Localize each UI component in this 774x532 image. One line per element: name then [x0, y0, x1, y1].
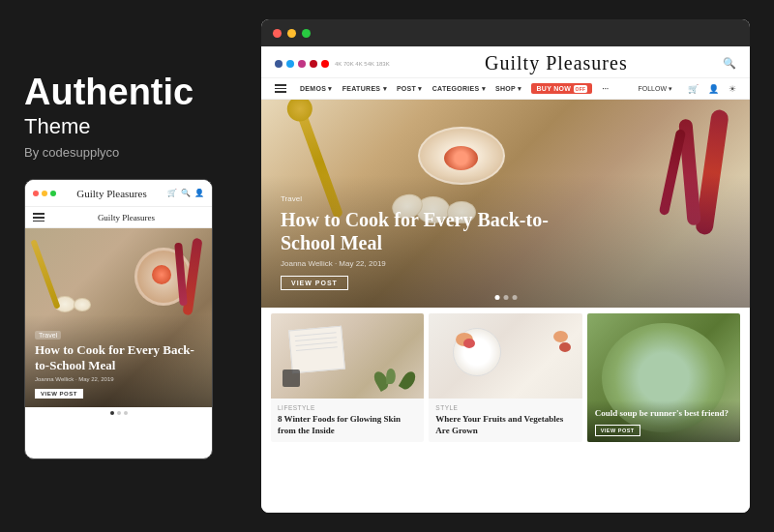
card-1: Lifestyle 8 Winter Foods for Glowing Ski… — [271, 313, 424, 442]
card-1-bg — [271, 313, 424, 399]
card-1-title: 8 Winter Foods for Glowing Skin from the… — [278, 414, 417, 436]
site-top-bar: 4K 70K 4K 54K 183K Guilty Pleasures 🔍 — [261, 46, 750, 78]
card-2-food-3 — [553, 331, 568, 342]
theme-title: Authentic — [24, 73, 237, 113]
nav-follow[interactable]: FOLLOW ▾ — [638, 85, 672, 93]
card-1-book-prop — [288, 326, 345, 374]
sun-nav-icon[interactable]: ☀ — [729, 84, 736, 94]
chrome-dot-maximize[interactable] — [302, 29, 311, 38]
nav-item-demos[interactable]: DEMOS ▾ — [300, 85, 333, 93]
card-2-title: Where Your Fruits and Vegetables Are Gro… — [435, 414, 575, 436]
hero-dot-active — [494, 295, 499, 300]
card-1-body: Lifestyle 8 Winter Foods for Glowing Ski… — [271, 399, 424, 442]
nav-item-shop[interactable]: SHOP ▾ — [495, 85, 521, 93]
spoon-decoration — [30, 240, 60, 310]
hero-tag: Travel — [281, 194, 730, 203]
card-2-bg — [429, 313, 581, 399]
chrome-dot-minimize[interactable] — [287, 29, 296, 38]
nav-item-more[interactable]: ··· — [602, 85, 609, 92]
nav-item-features[interactable]: FEATURES ▾ — [342, 85, 387, 93]
card-1-image — [271, 313, 424, 399]
mobile-nav-bar: Guilty Pleasures — [25, 207, 212, 228]
card-3-view-post-button[interactable]: VIEW POST — [595, 425, 640, 436]
card-3-overlay: Could soup be runner's best friend? VIEW… — [587, 400, 740, 443]
theme-subtitle: Theme — [24, 114, 237, 139]
chrome-dot-close[interactable] — [273, 29, 282, 38]
left-panel: Authentic Theme By codesupplyco Guilty P… — [24, 73, 237, 460]
card-2-food-4 — [559, 342, 571, 352]
cart-nav-icon[interactable]: 🛒 — [688, 84, 699, 94]
mobile-top-bar: Guilty Pleasures 🛒 🔍 👤 — [25, 180, 212, 207]
cart-icon: 🛒 — [167, 189, 177, 197]
card-3-image: Could soup be runner's best friend? VIEW… — [587, 313, 740, 442]
hero-title: How to Cook for Every Back-to-School Mea… — [281, 208, 571, 254]
hero-spoon-head — [283, 100, 315, 125]
card-2-body: Style Where Your Fruits and Vegetables A… — [429, 399, 581, 442]
card-3-title: Could soup be runner's best friend? — [595, 408, 732, 420]
theme-author: By codesupplyco — [24, 145, 237, 160]
hero-meta: Joanna Wellick · May 22, 2019 — [281, 259, 730, 268]
mobile-view-post-button[interactable]: VIEW POST — [35, 389, 83, 399]
mobile-hero-tag: Travel — [35, 331, 61, 340]
youtube-icon[interactable] — [321, 60, 329, 68]
nav-item-post[interactable]: POST ▾ — [397, 85, 423, 93]
mobile-dot-yellow — [42, 191, 47, 196]
card-3-bg: Could soup be runner's best friend? VIEW… — [587, 313, 740, 442]
mobile-hero-meta: Joanna Wellick · May 22, 2019 — [35, 376, 202, 382]
site-nav: DEMOS ▾ FEATURES ▾ POST ▾ CATEGORIES ▾ S… — [261, 78, 750, 100]
nav-item-buy-now[interactable]: BUY NOW OFF — [531, 83, 592, 94]
card-1-category: Lifestyle — [278, 404, 417, 411]
mobile-hero: Travel How to Cook for Every Back-to-Sch… — [25, 228, 212, 407]
egg-decoration-2 — [74, 298, 91, 311]
mobile-site-logo: Guilty Pleasures — [76, 188, 146, 199]
mobile-nav-logo: Guilty Pleasures — [48, 213, 204, 222]
social-counts: 4K 70K 4K 54K 183K — [335, 61, 390, 67]
site-logo: Guilty Pleasures — [485, 52, 628, 74]
instagram-icon[interactable] — [298, 60, 306, 68]
dot-inactive-1 — [117, 411, 121, 415]
nav-hamburger-icon[interactable] — [275, 84, 286, 93]
pinterest-icon[interactable] — [310, 60, 317, 68]
bowl-food — [444, 146, 478, 170]
mobile-dot-green — [50, 191, 56, 196]
phone-prop — [283, 369, 300, 387]
mobile-window-dots — [33, 191, 56, 196]
card-3: Could soup be runner's best friend? VIEW… — [587, 313, 740, 442]
hero-dot-1 — [503, 295, 508, 300]
hero-overlay: Travel How to Cook for Every Back-to-Sch… — [261, 175, 750, 308]
card-grid: Lifestyle 8 Winter Foods for Glowing Ski… — [261, 308, 750, 448]
hamburger-icon[interactable] — [33, 213, 45, 222]
desktop-hero: Travel How to Cook for Every Back-to-Sch… — [261, 100, 750, 308]
mobile-hero-title: How to Cook for Every Back-to-School Mea… — [35, 342, 202, 374]
hero-view-post-button[interactable]: VIEW POST — [281, 276, 348, 290]
hero-dot-2 — [512, 295, 517, 300]
user-icon: 👤 — [194, 189, 204, 197]
card-2-image — [429, 313, 581, 399]
herb-leaf-3 — [387, 369, 397, 384]
facebook-icon[interactable] — [275, 60, 283, 68]
social-icons-row: 4K 70K 4K 54K 183K — [275, 60, 390, 68]
dot-active — [110, 411, 114, 415]
desktop-mockup: 4K 70K 4K 54K 183K Guilty Pleasures 🔍 DE… — [261, 19, 750, 513]
site-logo-area: Guilty Pleasures — [390, 52, 723, 74]
mobile-slide-dots — [25, 407, 212, 419]
mobile-mockup: Guilty Pleasures 🛒 🔍 👤 Guilty Pleasures — [24, 179, 213, 459]
mobile-hero-overlay: Travel How to Cook for Every Back-to-Sch… — [25, 314, 212, 408]
site-search-icon[interactable]: 🔍 — [723, 57, 736, 70]
card-1-herbs-prop — [380, 360, 409, 389]
desktop-site-content: 4K 70K 4K 54K 183K Guilty Pleasures 🔍 DE… — [261, 46, 750, 513]
dot-inactive-2 — [124, 411, 128, 415]
search-icon: 🔍 — [181, 189, 191, 197]
user-nav-icon[interactable]: 👤 — [708, 84, 719, 94]
hero-slide-dots — [494, 295, 517, 300]
desktop-chrome-bar — [261, 19, 750, 46]
herb-leaf-2 — [399, 369, 418, 392]
card-2: Style Where Your Fruits and Vegetables A… — [429, 313, 581, 442]
mobile-top-icons: 🛒 🔍 👤 — [167, 189, 204, 197]
twitter-icon[interactable] — [286, 60, 294, 68]
mobile-dot-red — [33, 191, 39, 196]
nav-item-categories[interactable]: CATEGORIES ▾ — [432, 85, 486, 93]
card-2-category: Style — [435, 404, 575, 411]
